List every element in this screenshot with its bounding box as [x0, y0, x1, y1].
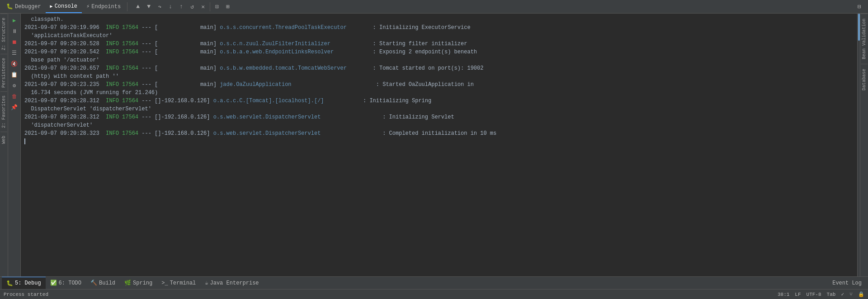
settings-btn[interactable]: ☰	[9, 48, 19, 58]
tab-java-enterprise[interactable]: ☕ Java Enterprise	[200, 277, 263, 289]
database-tab[interactable]: Database	[861, 64, 868, 95]
java-enterprise-label: Java Enterprise	[210, 280, 259, 286]
debugger-icon: 🐛	[6, 3, 13, 10]
far-right-panel: Bean Validation Database	[860, 14, 868, 276]
log-line: 16.734 seconds (JVM running for 21.246)	[24, 89, 854, 97]
web-label[interactable]: Web	[0, 132, 7, 147]
console-icon: ▶	[50, 4, 53, 9]
cursor-line	[24, 138, 854, 146]
log-line: 'dispatcherServlet'	[24, 121, 854, 129]
step-out-btn[interactable]: ↑	[176, 2, 186, 12]
frames-btn[interactable]: ⊡	[212, 2, 222, 12]
line-ending: LF	[795, 292, 801, 297]
console-output[interactable]: classpath.2021-09-07 09:20:19.996 INFO 1…	[21, 14, 857, 276]
tab-event-log[interactable]: Event Log	[828, 277, 866, 289]
settings2-btn[interactable]: ⚙	[9, 81, 19, 90]
step-into-btn[interactable]: ↓	[165, 2, 175, 12]
status-right: 38:1 LF UTF-8 Tab ✓ ⑂ 🔒	[778, 291, 864, 297]
structure-label[interactable]: Z: Structure	[0, 14, 7, 54]
spring-tab-label: Spring	[133, 280, 152, 286]
bottom-tabs: 🐛 5: Debug ✅ 6: TODO 🔨 Build 🌿 Spring >_…	[0, 276, 868, 289]
spring-tab-icon: 🌿	[124, 280, 131, 286]
process-status: Process started	[4, 292, 48, 297]
tab-todo[interactable]: ✅ 6: TODO	[46, 277, 86, 289]
bean-validation-tab[interactable]: Bean Validation	[861, 14, 868, 64]
log-line: 2021-09-07 09:20:28.312 INFO 17564 --- […	[24, 97, 854, 105]
log-line: 2021-09-07 09:20:28.312 INFO 17564 --- […	[24, 113, 854, 121]
tab-debug[interactable]: 🐛 5: Debug	[2, 277, 46, 289]
build-tab-icon: 🔨	[90, 280, 97, 286]
log-line: classpath.	[24, 15, 854, 24]
log-line: DispatcherServlet 'dispatcherServlet'	[24, 105, 854, 113]
endpoints-label: Endpoints	[91, 4, 121, 10]
log-line: 2021-09-07 09:20:19.996 INFO 17564 --- […	[24, 24, 854, 32]
terminal-tab-icon: >_	[161, 280, 168, 286]
encoding: UTF-8	[807, 292, 821, 297]
stop-btn[interactable]: ⏹	[9, 37, 19, 47]
log-line: 2021-09-07 09:20:23.235 INFO 17564 --- […	[24, 81, 854, 89]
top-right-icons: ⊟	[854, 2, 866, 12]
debug-tab-label: 5: Debug	[15, 280, 41, 286]
build-tab-label: Build	[99, 280, 115, 286]
layout-btn[interactable]: ⊟	[854, 2, 864, 12]
todo-tab-label: 6: TODO	[59, 280, 81, 286]
left-labels: Z: Structure Persistence 2: Favorites We…	[0, 14, 8, 276]
tab-debugger[interactable]: 🐛 Debugger	[2, 0, 46, 13]
lock-icon: 🔒	[858, 291, 864, 297]
persistence-label[interactable]: Persistence	[0, 54, 7, 91]
toolbar-actions: ▲ ▼ ↷ ↓ ↑ ↺ ✕ ⊡ ⊞	[133, 2, 233, 12]
endpoints-icon: ⚡	[86, 3, 90, 10]
terminal-tab-label: Terminal	[170, 280, 196, 286]
log-line: 2021-09-07 09:20:20.657 INFO 17564 --- […	[24, 64, 854, 72]
todo-tab-icon: ✅	[50, 280, 57, 286]
pause-btn[interactable]: ⏸	[9, 26, 19, 36]
tab-spring[interactable]: 🌿 Spring	[120, 277, 157, 289]
main-area: Z: Structure Persistence 2: Favorites We…	[0, 14, 868, 276]
log-line: (http) with context path ''	[24, 72, 854, 81]
delete-btn[interactable]: 🗑	[9, 91, 19, 101]
tab-endpoints[interactable]: ⚡ Endpoints	[82, 0, 125, 13]
camera-btn[interactable]: 📋	[9, 70, 19, 80]
java-enterprise-icon: ☕	[205, 280, 208, 286]
indent-type: Tab	[827, 292, 836, 297]
mute-btn[interactable]: 🔇	[9, 59, 19, 69]
pin-btn[interactable]: 📌	[9, 102, 19, 112]
console-label: Console	[55, 3, 77, 9]
scroll-up-btn[interactable]: ▲	[133, 2, 143, 12]
evaluate-btn[interactable]: ✕	[198, 2, 208, 12]
toolbar-separator	[127, 2, 127, 11]
event-log-label: Event Log	[832, 280, 862, 286]
log-line: base path '/actuator'	[24, 56, 854, 64]
step-over-btn[interactable]: ↷	[155, 2, 165, 12]
toolbar-sep2	[210, 2, 210, 11]
resume-btn[interactable]: ▶	[9, 15, 19, 25]
tab-terminal[interactable]: >_ Terminal	[157, 277, 200, 289]
threads-btn[interactable]: ⊞	[223, 2, 233, 12]
favorites-label[interactable]: 2: Favorites	[0, 91, 7, 132]
tab-console[interactable]: ▶ Console	[46, 0, 82, 13]
scrollbar-right[interactable]	[857, 14, 860, 276]
top-toolbar: 🐛 Debugger ▶ Console ⚡ Endpoints ▲ ▼ ↷ ↓…	[0, 0, 868, 14]
cursor-position: 38:1	[778, 292, 789, 297]
log-line: 'applicationTaskExecutor'	[24, 32, 854, 40]
log-line: 2021-09-07 09:20:20.542 INFO 17564 --- […	[24, 48, 854, 56]
git-icon: ⑂	[849, 292, 853, 297]
tab-build[interactable]: 🔨 Build	[86, 277, 120, 289]
log-line: 2021-09-07 09:20:28.323 INFO 17564 --- […	[24, 129, 854, 138]
debug-tab-icon: 🐛	[6, 280, 13, 287]
run-to-cursor-btn[interactable]: ↺	[187, 2, 197, 12]
debug-controls: ▶ ⏸ ⏹ ☰ 🔇 📋 ⚙ 🗑 📌	[8, 14, 21, 276]
checkmark-icon: ✓	[841, 291, 844, 297]
log-line: 2021-09-07 09:20:20.528 INFO 17564 --- […	[24, 40, 854, 48]
status-bar: Process started 38:1 LF UTF-8 Tab ✓ ⑂ 🔒	[0, 289, 868, 299]
debugger-label: Debugger	[15, 4, 41, 10]
scroll-down-btn[interactable]: ▼	[144, 2, 154, 12]
